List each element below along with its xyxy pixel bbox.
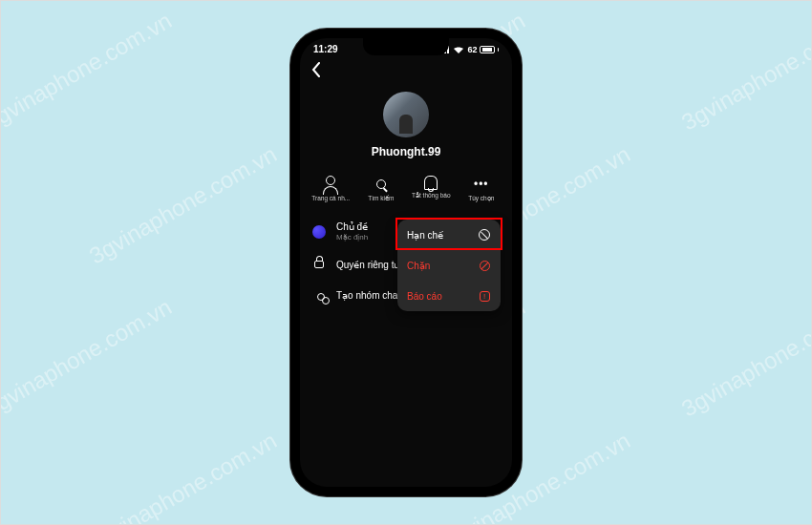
action-options[interactable]: ••• Tùy chọn — [457, 176, 507, 202]
report-icon: ! — [478, 289, 491, 303]
battery-percentage: 62 — [467, 45, 477, 54]
lock-icon — [311, 257, 327, 272]
back-button[interactable] — [300, 56, 512, 88]
screen: 11:29 62 Phuonght.99 — [300, 38, 512, 487]
action-mute-label: Tắt thông báo — [412, 192, 451, 200]
avatar[interactable] — [383, 92, 429, 137]
options-popover: Hạn chế Chặn Báo cáo ! — [397, 220, 501, 311]
action-profile[interactable]: Trang cá nh... — [306, 176, 356, 202]
block-icon — [478, 259, 491, 272]
action-search-label: Tìm kiếm — [368, 195, 394, 202]
popover-block[interactable]: Chặn — [397, 250, 501, 281]
username: Phuonght.99 — [372, 145, 441, 158]
person-icon — [322, 176, 339, 193]
bell-icon — [424, 176, 438, 190]
more-icon: ••• — [473, 176, 490, 193]
search-icon — [373, 176, 390, 193]
watermark-text: 3gvinaphone.com.vn — [0, 8, 177, 136]
profile-section: Phuonght.99 — [300, 88, 512, 166]
theme-icon — [311, 224, 327, 240]
watermark-text: 3gvinaphone.com.vn — [85, 141, 282, 270]
group-icon — [311, 287, 327, 303]
notch — [363, 38, 449, 55]
status-time: 11:29 — [313, 44, 338, 54]
watermark-text: 3gvinaphone.com.vn — [677, 8, 812, 136]
action-search[interactable]: Tìm kiếm — [356, 176, 407, 202]
wifi-icon — [453, 46, 464, 53]
popover-report[interactable]: Báo cáo ! — [397, 281, 501, 311]
battery-indicator: 62 — [467, 45, 499, 54]
popover-block-label: Chặn — [407, 261, 430, 271]
restrict-icon — [478, 228, 491, 242]
popover-restrict[interactable]: Hạn chế — [397, 220, 501, 250]
watermark-text: 3gvinaphone.com.vn — [85, 428, 282, 525]
watermark-text: 3gvinaphone.com.vn — [677, 294, 812, 423]
phone-frame: 11:29 62 Phuonght.99 — [290, 29, 522, 496]
action-mute[interactable]: Tắt thông báo — [406, 176, 457, 202]
popover-report-label: Báo cáo — [407, 291, 442, 302]
action-profile-label: Trang cá nh... — [311, 195, 350, 201]
action-row: Trang cá nh... Tìm kiếm Tắt thông báo ••… — [300, 166, 512, 206]
action-options-label: Tùy chọn — [468, 195, 494, 202]
popover-restrict-label: Hạn chế — [407, 230, 443, 241]
watermark-text: 3gvinaphone.com.vn — [0, 294, 177, 423]
